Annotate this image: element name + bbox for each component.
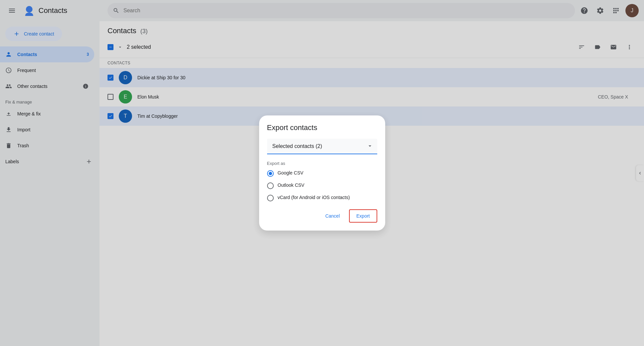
export-scope-select[interactable]: Selected contacts (2) All contacts [267,139,377,154]
radio-label-vcard: vCard (for Android or iOS contacts) [278,194,350,201]
dialog-title: Export contacts [267,123,377,132]
export-as-label: Export as [267,161,377,166]
radio-label-outlook-csv: Outlook CSV [278,182,305,189]
radio-circle-vcard [267,195,274,201]
radio-label-google-csv: Google CSV [278,170,304,176]
cancel-button[interactable]: Cancel [319,209,346,223]
dialog-overlay[interactable]: Export contacts Selected contacts (2) Al… [0,0,644,346]
export-dialog: Export contacts Selected contacts (2) Al… [259,115,385,231]
dialog-actions: Cancel Export [267,209,377,223]
radio-vcard[interactable]: vCard (for Android or iOS contacts) [267,194,377,201]
radio-circle-google-csv [267,170,274,177]
export-scope-wrapper: Selected contacts (2) All contacts [267,139,377,154]
export-button[interactable]: Export [349,209,377,223]
radio-outlook-csv[interactable]: Outlook CSV [267,182,377,189]
radio-google-csv[interactable]: Google CSV [267,170,377,177]
radio-circle-outlook-csv [267,182,274,189]
radio-group: Google CSV Outlook CSV vCard (for Androi… [267,170,377,201]
